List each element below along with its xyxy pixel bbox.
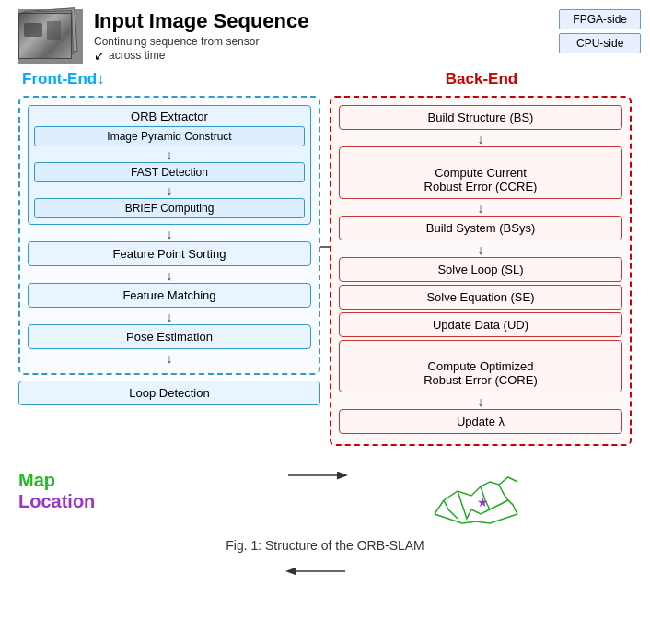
arrow-fm-pe: ↓ [28, 310, 311, 323]
diagram-container: Input Image Sequence Continuing sequence… [0, 0, 650, 644]
map-graphic-container: ★ [330, 450, 632, 533]
backend-column: Build Structure (BS) ↓ Compute Current R… [330, 96, 632, 446]
caption: Fig. 1: Structure of the ORB-SLAM [9, 538, 641, 553]
compute-error-box: Compute Current Robust Error (CCRE) [339, 146, 622, 199]
update-lambda-box: Update λ [339, 409, 622, 434]
compute-optimized-box: Compute Optimized Robust Error (CORE) [339, 340, 622, 392]
header-area: Input Image Sequence Continuing sequence… [9, 9, 641, 64]
arrow-bsys-sl: ↓ [339, 243, 622, 256]
map-title: Map [18, 470, 55, 491]
arrow-pe-ld: ↓ [28, 352, 311, 365]
map-graphic-svg: ★ [407, 450, 554, 533]
location-title: Location [18, 491, 95, 512]
legend-area: FPGA-side CPU-side [559, 9, 641, 53]
arrow-bs-ccre: ↓ [339, 133, 622, 146]
fast-detection-box: FAST Detection [34, 162, 305, 182]
build-system-box: Build System (BSys) [339, 216, 622, 240]
pose-estimation-box: Pose Estimation [28, 324, 311, 349]
bottom-area: Map Location ★ [9, 450, 641, 533]
arrow-ccre-bsys: ↓ [339, 202, 622, 215]
frontend-dashed-box: ORB Extractor Image Pyramid Construct ↓ … [18, 96, 320, 375]
map-section: Map Location [18, 470, 320, 512]
feature-sorting-box: Feature Point Sorting [28, 241, 311, 266]
update-data-box: Update Data (UD) [339, 312, 622, 337]
arrow-orb-fps: ↓ [28, 228, 311, 240]
frontend-column: ORB Extractor Image Pyramid Construct ↓ … [18, 96, 320, 446]
cpu-legend: CPU-side [559, 33, 641, 53]
orb-extractor-label: ORB Extractor [34, 110, 305, 123]
brief-computing-box: BRIEF Computing [34, 198, 305, 218]
image-pyramid-box: Image Pyramid Construct [34, 126, 305, 146]
backend-dashed-box: Build Structure (BS) ↓ Compute Current R… [330, 96, 632, 446]
main-title: Input Image Sequence [94, 9, 550, 33]
solve-equation-box: Solve Equation (SE) [339, 285, 622, 310]
subtitle2: across time [109, 49, 165, 62]
arrow-fast-brief: ↓ [34, 184, 305, 197]
arrow-core-ul: ↓ [339, 395, 622, 408]
loop-detection-box: Loop Detection [18, 381, 320, 405]
arrow-fps-fm: ↓ [28, 269, 311, 282]
build-structure-box: Build Structure (BS) [339, 105, 622, 130]
feature-matching-box: Feature Matching [28, 283, 311, 308]
star-marker: ★ [477, 495, 489, 509]
fpga-legend: FPGA-side [559, 9, 641, 29]
orb-extractor-group: ORB Extractor Image Pyramid Construct ↓ … [28, 105, 311, 225]
arrow-ip-fast: ↓ [34, 148, 305, 161]
frontend-title: Front-End↓ [22, 70, 322, 88]
input-image-thumbnail [18, 9, 83, 64]
backend-title: Back-End [331, 70, 632, 88]
solve-loop-box: Solve Loop (SL) [339, 257, 622, 282]
subtitle1: Continuing sequence from sensor [94, 35, 550, 48]
main-content: ORB Extractor Image Pyramid Construct ↓ … [9, 96, 641, 446]
title-block: Input Image Sequence Continuing sequence… [94, 9, 550, 63]
